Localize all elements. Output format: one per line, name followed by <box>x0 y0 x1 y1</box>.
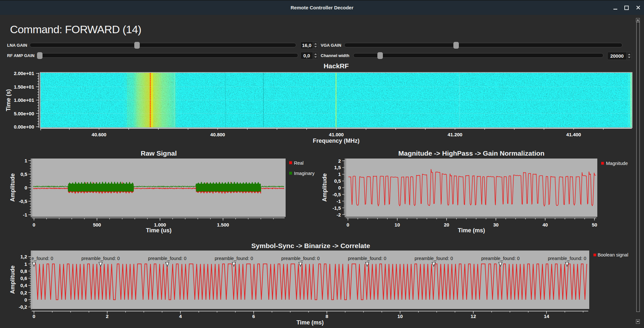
svg-text:1: 1 <box>338 171 341 177</box>
svg-text:Amplitude: Amplitude <box>9 265 16 294</box>
svg-text:-0,2: -0,2 <box>19 304 27 310</box>
svg-text:1.00e+01: 1.00e+01 <box>14 97 34 103</box>
svg-text:41.200: 41.200 <box>448 132 462 137</box>
svg-text:1.50e+01: 1.50e+01 <box>14 84 34 90</box>
svg-text:0: 0 <box>24 297 27 303</box>
svg-text:2: 2 <box>338 158 341 164</box>
svg-text:20: 20 <box>444 222 449 227</box>
svg-text:Symbol-Sync -> Binarize -> Cor: Symbol-Sync -> Binarize -> Correlate <box>251 242 370 249</box>
svg-text:5.00e+00: 5.00e+00 <box>14 111 34 116</box>
svg-text:-2: -2 <box>336 212 341 217</box>
svg-text:1: 1 <box>24 261 27 267</box>
svg-text:0: 0 <box>24 185 27 190</box>
svg-text:12: 12 <box>471 314 476 319</box>
svg-text:50: 50 <box>592 222 597 227</box>
svg-text:-0,5: -0,5 <box>333 192 341 197</box>
svg-text:preamble_found: 0: preamble_found: 0 <box>281 256 320 261</box>
svg-text:0.00e+00: 0.00e+00 <box>14 124 34 130</box>
svg-text:0: 0 <box>33 314 35 319</box>
svg-text:500: 500 <box>93 222 101 227</box>
svg-text:preamble_found: 0: preamble_found: 0 <box>348 256 386 261</box>
svg-text:1,5: 1,5 <box>334 165 341 170</box>
svg-text:preamble_found: 0: preamble_found: 0 <box>148 256 186 261</box>
svg-text:Imaginary: Imaginary <box>294 171 315 176</box>
svg-text:preamble_found: 0: preamble_found: 0 <box>414 256 453 261</box>
svg-text:8: 8 <box>326 314 328 319</box>
svg-text:41.000: 41.000 <box>329 132 344 137</box>
svg-text:30: 30 <box>493 222 499 227</box>
svg-text:10: 10 <box>397 314 403 319</box>
svg-text:0,2: 0,2 <box>20 290 27 295</box>
svg-text:Amplitude: Amplitude <box>9 173 16 202</box>
svg-text:0: 0 <box>33 222 35 227</box>
svg-text:40.600: 40.600 <box>92 132 107 137</box>
svg-text:0,5: 0,5 <box>21 171 27 177</box>
svg-text:41.400: 41.400 <box>566 132 581 137</box>
svg-text:0: 0 <box>346 222 349 227</box>
svg-text:-0,5: -0,5 <box>19 198 27 204</box>
svg-text:40.800: 40.800 <box>210 132 225 137</box>
svg-text:0,8: 0,8 <box>20 268 27 274</box>
svg-text:1.000: 1.000 <box>154 222 166 227</box>
svg-text:Magnitude: Magnitude <box>606 161 628 166</box>
svg-text:-1: -1 <box>23 212 27 217</box>
svg-text:Time (us): Time (us) <box>146 227 172 234</box>
svg-text:2.00e+01: 2.00e+01 <box>14 71 34 76</box>
svg-text:1.500: 1.500 <box>217 222 229 227</box>
svg-text:40: 40 <box>543 222 548 227</box>
svg-text:0,5: 0,5 <box>334 178 341 184</box>
svg-text:Amplitude: Amplitude <box>321 173 328 202</box>
svg-text:Frequency (MHz): Frequency (MHz) <box>313 138 359 144</box>
svg-text:1: 1 <box>24 158 27 163</box>
svg-text:Time (ms): Time (ms) <box>458 227 485 234</box>
svg-text:Boolean signal: Boolean signal <box>598 252 628 257</box>
svg-text:-1,5: -1,5 <box>333 205 341 211</box>
svg-text:preamble_found: 0: preamble_found: 0 <box>548 256 586 261</box>
svg-text:HackRF: HackRF <box>324 62 349 70</box>
svg-text:Time (ms): Time (ms) <box>297 319 324 326</box>
svg-text:0,4: 0,4 <box>20 283 27 288</box>
svg-text:-1: -1 <box>336 198 341 204</box>
svg-text:Time (s): Time (s) <box>5 89 12 111</box>
svg-text:preamble_found: 0: preamble_found: 0 <box>81 256 120 261</box>
svg-text:2: 2 <box>106 314 109 319</box>
svg-text:4: 4 <box>179 314 182 319</box>
svg-text:Real: Real <box>294 160 304 166</box>
svg-text:1,2: 1,2 <box>20 254 27 259</box>
svg-text:0: 0 <box>338 185 341 190</box>
svg-text:Magnitude -> HighPass -> Gain: Magnitude -> HighPass -> Gain Normalizat… <box>398 150 545 157</box>
svg-text:preamble_found: 0: preamble_found: 0 <box>481 256 519 261</box>
svg-text:preamble_found: 0: preamble_found: 0 <box>215 256 253 261</box>
svg-text:14: 14 <box>544 314 549 319</box>
svg-text:6: 6 <box>252 314 255 319</box>
svg-text:10: 10 <box>394 222 400 227</box>
svg-text:Raw Signal: Raw Signal <box>141 150 177 157</box>
svg-text:0,6: 0,6 <box>20 275 27 281</box>
